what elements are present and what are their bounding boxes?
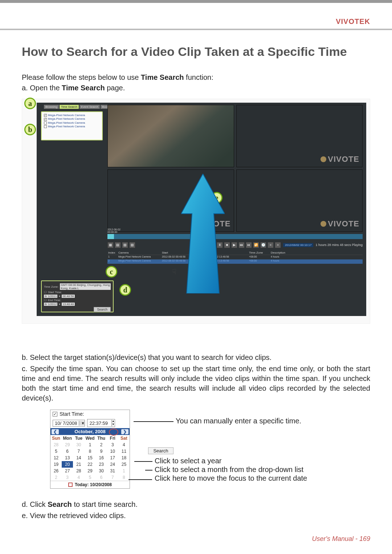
calendar-day[interactable]: 4	[118, 442, 130, 448]
calendar-day[interactable]: 11	[118, 448, 130, 455]
calendar-day[interactable]: 4	[73, 474, 84, 481]
calendar-day[interactable]: 18	[118, 455, 130, 461]
calendar-day[interactable]: 1	[118, 468, 130, 474]
calendar-day[interactable]: 7	[73, 448, 84, 455]
play-fast-back-icon[interactable]: «	[268, 242, 274, 248]
start-time-field[interactable]: 00:48:58	[62, 295, 74, 298]
calendar-day[interactable]: 26	[50, 468, 62, 474]
end-date-field[interactable]: 8/ 1/2012	[44, 303, 57, 306]
calendar-day[interactable]: 27	[62, 468, 73, 474]
time-span-panel: Time Zone:GMT+08:00 Beijing, Chongqing, …	[41, 280, 114, 312]
search-button[interactable]: Search	[148, 447, 173, 454]
calendar-day[interactable]: 2	[50, 474, 62, 481]
video-quadrant[interactable]: VIVOTE	[236, 105, 363, 167]
layout-btn-1[interactable]: ▦	[107, 242, 114, 248]
play-stop-icon[interactable]: ■	[224, 242, 230, 248]
timeline-bar[interactable]	[107, 234, 363, 239]
calendar-day[interactable]: 13	[62, 455, 73, 461]
calendar-day[interactable]: 8	[118, 474, 130, 481]
play-loop-icon[interactable]: 🔁	[253, 242, 259, 248]
calendar-day[interactable]: 24	[107, 461, 118, 468]
timezone-dropdown[interactable]: GMT+08:00 Beijing, Chongqing, Hong Kong,…	[60, 283, 111, 290]
marker-c: c	[106, 266, 117, 278]
calendar-day[interactable]: 3	[107, 442, 118, 448]
top-grey-bar	[0, 0, 392, 3]
calendar-day[interactable]: 15	[84, 455, 95, 461]
calendar-day[interactable]: 12	[50, 455, 62, 461]
calendar-grid: SunMonTueWedThuFriSat2829301234567891011…	[50, 435, 130, 481]
date-dropdown[interactable]: 10/ 7/2008 ▼	[53, 420, 85, 427]
vivotek-bug-icon	[320, 156, 326, 162]
calendar-day-header: Fri	[107, 435, 118, 442]
today-row[interactable]: Today: 10/20/2008	[50, 481, 130, 488]
play-skip-fwd-icon[interactable]: ⏭	[238, 242, 245, 248]
calendar-day[interactable]: 28	[50, 442, 62, 448]
calendar-day[interactable]: 20	[62, 461, 73, 468]
calendar-day[interactable]: 23	[96, 461, 107, 468]
next-month-icon[interactable]: ❯	[121, 429, 128, 434]
play-play-icon[interactable]: ▶	[231, 242, 237, 248]
calendar-day[interactable]: 7	[107, 474, 118, 481]
calendar-day[interactable]: 6	[62, 448, 73, 455]
calendar-day[interactable]: 31	[107, 468, 118, 474]
video-quadrant[interactable]: VIVOTE	[236, 169, 363, 232]
calendar-day[interactable]: 10	[107, 448, 118, 455]
annot-year: Click to select a year	[155, 457, 222, 465]
start-date-field[interactable]: 8/ 1/2011	[44, 295, 57, 298]
calendar-day[interactable]: 14	[73, 455, 84, 461]
calendar-day[interactable]: 5	[50, 448, 62, 455]
chevron-down-icon[interactable]: ▼	[79, 421, 85, 426]
time-spinner[interactable]: 22:37:59 ▲▼	[87, 419, 115, 427]
status-text: 1 hours 28 mins 48 secs Playing	[315, 243, 363, 247]
layout-btn-4[interactable]: ▨	[129, 242, 135, 248]
month-year-label[interactable]: October, 2008	[74, 429, 105, 434]
calendar-day[interactable]: 29	[62, 442, 73, 448]
prev-month-icon[interactable]: ❮	[52, 429, 59, 434]
video-grid: VIVOTE VIVOTE VIVOTE	[107, 105, 363, 232]
calendar-day[interactable]: 29	[84, 468, 95, 474]
checkbox-icon[interactable]	[44, 122, 47, 124]
layout-btn-3[interactable]: ▧	[122, 242, 128, 248]
calendar-day[interactable]: 16	[96, 455, 107, 461]
search-button[interactable]: Search	[94, 307, 111, 312]
play-skip-back-icon[interactable]: ⏮	[202, 242, 208, 248]
brand-name: VIVOTEK	[336, 17, 370, 26]
play-fast-fwd-icon[interactable]: »	[275, 242, 281, 248]
calendar-day[interactable]: 8	[84, 448, 95, 455]
calendar-day[interactable]: 6	[96, 474, 107, 481]
calendar-day-header: Mon	[62, 435, 73, 442]
checkbox-icon[interactable]	[44, 118, 47, 121]
divider	[0, 29, 392, 30]
calendar-day[interactable]: 28	[73, 468, 84, 474]
tab-browsing[interactable]: Browsing	[44, 105, 59, 109]
calendar-day[interactable]: 21	[73, 461, 84, 468]
end-time-field[interactable]: 13:48:48	[62, 303, 74, 306]
play-clock-icon[interactable]: 🕒	[260, 242, 266, 248]
calendar-day[interactable]: 17	[107, 455, 118, 461]
play-rewind-icon[interactable]: ◀	[209, 242, 216, 248]
video-quadrant[interactable]	[107, 105, 234, 167]
tab-time-search[interactable]: Time Search	[60, 105, 79, 109]
calendar-day[interactable]: 30	[96, 468, 107, 474]
checkbox-icon[interactable]	[44, 114, 47, 117]
calendar-panel: ✓ Start Time: 10/ 7/2008 ▼ 22:37:59 ▲▼ ❮…	[50, 410, 130, 489]
device-tree[interactable]: Mega-Pixel Network Camera Mega-Pixel Net…	[41, 111, 103, 140]
calendar-day-header: Tue	[73, 435, 84, 442]
tab-event-search[interactable]: Event Search	[79, 105, 100, 109]
calendar-day[interactable]: 22	[84, 461, 95, 468]
calendar-day[interactable]: 30	[73, 442, 84, 448]
play-pause-icon[interactable]: ⏸	[217, 242, 223, 248]
calendar-day[interactable]: 9	[96, 448, 107, 455]
layout-btn-2[interactable]: ▤	[115, 242, 121, 248]
spinner-down-icon[interactable]: ▼	[111, 423, 113, 426]
calendar-day[interactable]: 1	[84, 442, 95, 448]
start-time-checkbox[interactable]: ✓	[53, 412, 57, 416]
intro-line: Please follow the steps below to use Tim…	[22, 73, 370, 82]
calendar-day[interactable]: 5	[84, 474, 95, 481]
play-next-icon[interactable]: ⏯	[246, 242, 252, 248]
calendar-day[interactable]: 2	[96, 442, 107, 448]
calendar-day[interactable]: 3	[62, 474, 73, 481]
calendar-day[interactable]: 25	[118, 461, 130, 468]
calendar-day[interactable]: 19	[50, 461, 62, 468]
checkbox-icon[interactable]	[44, 125, 47, 128]
